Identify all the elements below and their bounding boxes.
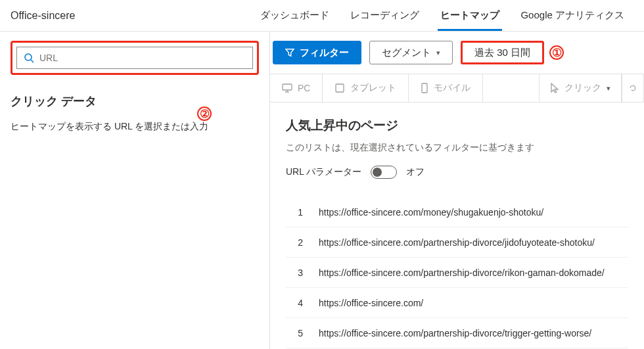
svg-marker-8 <box>551 83 558 93</box>
filter-label: フィルター <box>300 47 349 59</box>
trending-list: 1https://office-sincere.com/money/shugak… <box>286 197 628 348</box>
url-param-row: URL パラメーター オフ <box>286 166 628 179</box>
svg-rect-7 <box>422 83 427 93</box>
nav-analytics[interactable]: Google アナリティクス <box>511 0 633 31</box>
search-icon <box>24 53 34 63</box>
filter-bar: フィルター セグメント ▾ 過去 30 日間 ① <box>270 32 644 74</box>
list-item[interactable]: 1https://office-sincere.com/money/shugak… <box>286 197 628 227</box>
top-nav: ダッシュボード レコーディング ヒートマップ Google アナリティクス <box>251 0 633 31</box>
right-panel: フィルター セグメント ▾ 過去 30 日間 ① PC タブレット モバイル <box>269 32 644 349</box>
svg-rect-3 <box>283 84 292 90</box>
url-param-toggle[interactable] <box>371 166 397 179</box>
left-panel: ② クリック データ ヒートマップを表示する URL を選択または入力 <box>0 32 269 349</box>
click-mode-button[interactable]: クリック ▾ <box>539 74 622 102</box>
filter-button[interactable]: フィルター <box>273 41 361 64</box>
tablet-icon <box>334 83 345 93</box>
list-item[interactable]: 4https://office-sincere.com/ <box>286 288 628 318</box>
chevron-down-icon: ▾ <box>607 84 610 93</box>
left-subtitle: ヒートマップを表示する URL を選択または入力 <box>11 121 259 133</box>
site-name: Office-sincere <box>11 10 75 22</box>
url-search-box[interactable] <box>16 47 253 69</box>
refresh-icon <box>629 83 637 93</box>
svg-line-1 <box>31 60 34 62</box>
daterange-label: 過去 30 日間 <box>474 47 530 59</box>
trending-desc: このリストは、現在選択されているフィルターに基づきます <box>286 142 628 154</box>
url-search-input[interactable] <box>39 53 246 63</box>
segment-label: セグメント <box>382 47 431 59</box>
chevron-down-icon: ▾ <box>436 49 440 57</box>
nav-recording[interactable]: レコーディング <box>341 0 428 31</box>
device-mobile-tab[interactable]: モバイル <box>409 74 483 102</box>
refresh-button[interactable] <box>622 74 644 102</box>
list-item[interactable]: 3https://office-sincere.com/partnership-… <box>286 258 628 288</box>
annotation-2: ② <box>197 106 212 121</box>
svg-point-0 <box>25 54 32 60</box>
annotation-1: ① <box>549 45 564 60</box>
svg-marker-2 <box>286 49 294 57</box>
url-param-state: オフ <box>406 166 425 178</box>
svg-rect-6 <box>336 84 344 92</box>
content: 人気上昇中のページ このリストは、現在選択されているフィルターに基づきます UR… <box>270 103 644 348</box>
filter-icon <box>285 48 294 57</box>
device-bar: PC タブレット モバイル クリック ▾ <box>270 74 644 103</box>
device-pc-tab[interactable]: PC <box>270 74 323 102</box>
list-item[interactable]: 5https://office-sincere.com/partnership-… <box>286 318 628 348</box>
url-param-label: URL パラメーター <box>286 166 361 178</box>
nav-dashboard[interactable]: ダッシュボード <box>251 0 338 31</box>
left-title: クリック データ <box>11 93 259 109</box>
topbar: Office-sincere ダッシュボード レコーディング ヒートマップ Go… <box>0 0 644 32</box>
mobile-icon <box>421 83 428 93</box>
list-item[interactable]: 2https://office-sincere.com/partnership-… <box>286 227 628 258</box>
nav-heatmap[interactable]: ヒートマップ <box>431 0 509 31</box>
device-tablet-tab[interactable]: タブレット <box>323 74 409 102</box>
daterange-button[interactable]: 過去 30 日間 <box>461 41 544 64</box>
desktop-icon <box>282 83 292 93</box>
trending-title: 人気上昇中のページ <box>286 117 628 134</box>
search-highlight <box>11 41 259 75</box>
cursor-icon <box>550 83 559 93</box>
segment-button[interactable]: セグメント ▾ <box>369 41 453 64</box>
